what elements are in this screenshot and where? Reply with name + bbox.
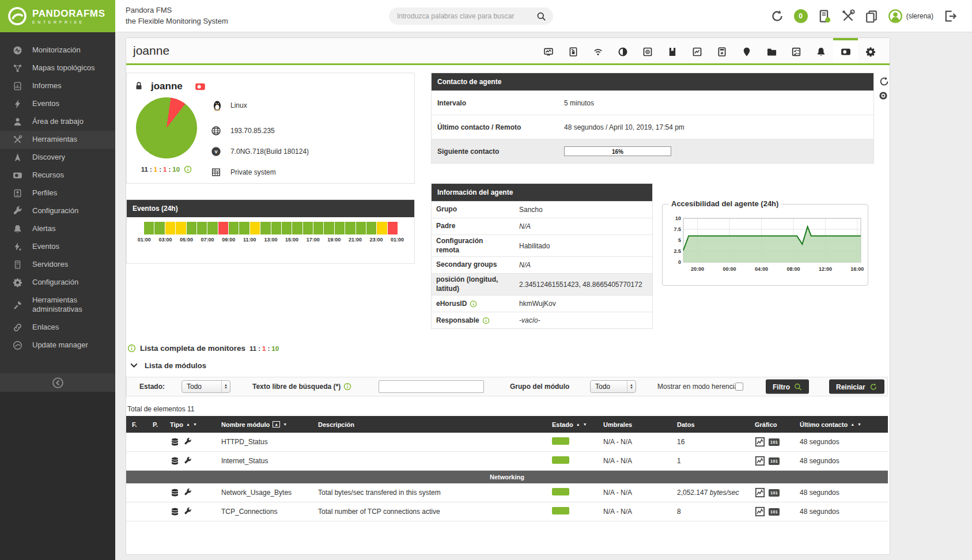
info-icon[interactable] <box>482 317 490 324</box>
sidebar-item[interactable]: Servidores <box>0 256 115 274</box>
tab-collection[interactable] <box>759 38 784 63</box>
module-data-table-badge[interactable]: 101 <box>769 508 780 516</box>
event-segment[interactable] <box>303 222 313 234</box>
sort-desc-icon[interactable]: ▼ <box>193 422 197 426</box>
sidebar-item[interactable]: Enlaces <box>0 319 115 336</box>
sidebar-item[interactable]: Eventos <box>0 238 115 256</box>
user-avatar[interactable] <box>888 9 903 24</box>
event-segment[interactable] <box>176 222 186 234</box>
clipboard-icon[interactable] <box>865 10 878 23</box>
tab-alerts-bell[interactable] <box>808 38 833 63</box>
module-edit-wrench-icon[interactable] <box>184 457 192 465</box>
event-segment[interactable] <box>271 222 281 234</box>
module-graph-icon[interactable] <box>755 506 765 517</box>
tab-module-graph[interactable] <box>684 38 709 63</box>
inheritance-checkbox[interactable] <box>735 383 743 391</box>
event-segment[interactable] <box>154 222 164 234</box>
sidebar-item[interactable]: Herramientas administrativas <box>0 292 115 319</box>
tab-half-donut[interactable] <box>610 38 635 63</box>
chevron-down-icon[interactable] <box>130 361 138 370</box>
module-edit-wrench-icon[interactable] <box>184 508 192 516</box>
sort-asc-icon[interactable]: ▲ <box>850 422 854 426</box>
event-segment[interactable] <box>324 222 334 234</box>
module-edit-wrench-icon[interactable] <box>184 438 192 446</box>
sidebar-collapse-button[interactable] <box>0 373 115 392</box>
module-list-toggle[interactable]: Lista de módulos <box>130 361 206 370</box>
tab-location-pin[interactable] <box>734 38 759 63</box>
sidebar-item[interactable]: Eventos <box>0 95 115 113</box>
module-name[interactable]: Network_Usage_Bytes <box>220 489 313 497</box>
event-segment[interactable] <box>345 222 355 234</box>
sidebar-item[interactable]: Monitorización <box>0 41 115 59</box>
module-data-table-badge[interactable]: 101 <box>769 489 780 497</box>
info-icon[interactable] <box>184 165 192 173</box>
logout-icon[interactable] <box>943 9 957 23</box>
tab-bookmark[interactable] <box>660 38 684 63</box>
event-segment[interactable] <box>187 222 196 234</box>
sidebar-item[interactable]: Perfiles <box>0 184 115 202</box>
global-search[interactable] <box>389 7 553 25</box>
event-segment[interactable] <box>313 222 323 234</box>
event-segment[interactable] <box>239 222 249 234</box>
tab-checklist[interactable] <box>784 38 808 63</box>
event-segment[interactable] <box>292 222 302 234</box>
event-segment[interactable] <box>335 222 345 234</box>
search-input[interactable] <box>396 12 536 21</box>
collapse-left-icon[interactable] <box>52 377 64 389</box>
sort-desc-icon[interactable]: ▼ <box>583 422 587 426</box>
sort-desc-icon[interactable]: ▼ <box>857 422 861 426</box>
force-check-icon[interactable] <box>879 91 890 100</box>
tab-data-view[interactable] <box>561 38 585 63</box>
sidebar-item[interactable]: Alertas <box>0 220 115 238</box>
event-segment[interactable] <box>250 222 260 234</box>
sidebar-item[interactable]: Update manager <box>0 336 115 354</box>
setup-tools-icon[interactable] <box>841 9 855 23</box>
sort-asc-icon[interactable]: ▲ <box>273 421 280 427</box>
filter-button[interactable]: Filtro <box>766 380 809 394</box>
sort-asc-icon[interactable]: ▲ <box>576 422 580 426</box>
module-graph-icon[interactable] <box>755 456 765 466</box>
module-graph-icon[interactable] <box>755 437 765 447</box>
tab-agent-view[interactable] <box>833 38 858 63</box>
event-segment[interactable] <box>197 222 207 234</box>
event-segment[interactable] <box>218 222 228 234</box>
servers-status-icon[interactable] <box>818 9 831 23</box>
sidebar-item[interactable]: Área de trabajo <box>0 113 115 131</box>
module-group-select[interactable]: Todo ▲▼ <box>590 380 636 393</box>
sort-desc-icon[interactable]: ▼ <box>283 422 287 426</box>
sidebar-item[interactable]: Discovery <box>0 149 115 167</box>
reset-button[interactable]: Reiniciar <box>829 380 884 394</box>
module-name[interactable]: Internet_Status <box>220 457 313 465</box>
event-segment[interactable] <box>144 222 154 234</box>
pandora-logo[interactable]: PANDORAFMS ENTERPRISE <box>0 0 115 32</box>
module-data-table-badge[interactable]: 101 <box>769 457 780 465</box>
search-icon[interactable] <box>536 12 546 21</box>
column-header[interactable]: Último contacto ▲ ▼ <box>796 421 888 428</box>
event-segment[interactable] <box>165 222 175 234</box>
sidebar-item[interactable]: Mapas topológicos <box>0 59 115 77</box>
event-segment[interactable] <box>388 222 398 234</box>
estado-select[interactable]: Todo ▲▼ <box>181 380 230 393</box>
module-name[interactable]: TCP_Connections <box>220 508 313 516</box>
column-header[interactable]: Nombre módulo ▲ ▼ <box>220 421 313 428</box>
event-segment[interactable] <box>377 222 387 234</box>
tab-manage-gear[interactable] <box>858 38 883 63</box>
event-segment[interactable] <box>229 222 239 234</box>
event-segment[interactable] <box>207 222 217 234</box>
notifications-badge[interactable]: 0 <box>794 9 808 23</box>
module-graph-icon[interactable] <box>755 487 765 498</box>
tab-calculator[interactable] <box>709 38 734 63</box>
info-icon[interactable] <box>470 300 477 308</box>
force-refresh-icon[interactable] <box>879 76 890 87</box>
column-header[interactable]: Estado ▲ ▼ <box>550 421 600 428</box>
tab-wifi[interactable] <box>585 38 610 63</box>
event-segment[interactable] <box>366 222 376 234</box>
sort-asc-icon[interactable]: ▲ <box>186 422 190 426</box>
sidebar-item[interactable]: Configuración <box>0 202 115 220</box>
event-segment[interactable] <box>282 222 292 234</box>
sidebar-item[interactable]: Recursos <box>0 167 115 184</box>
event-segment[interactable] <box>260 222 270 234</box>
column-header[interactable]: Tipo ▲ ▼ <box>165 421 220 428</box>
tab-inventory[interactable] <box>635 38 660 63</box>
sidebar-item[interactable]: Informes <box>0 77 115 95</box>
